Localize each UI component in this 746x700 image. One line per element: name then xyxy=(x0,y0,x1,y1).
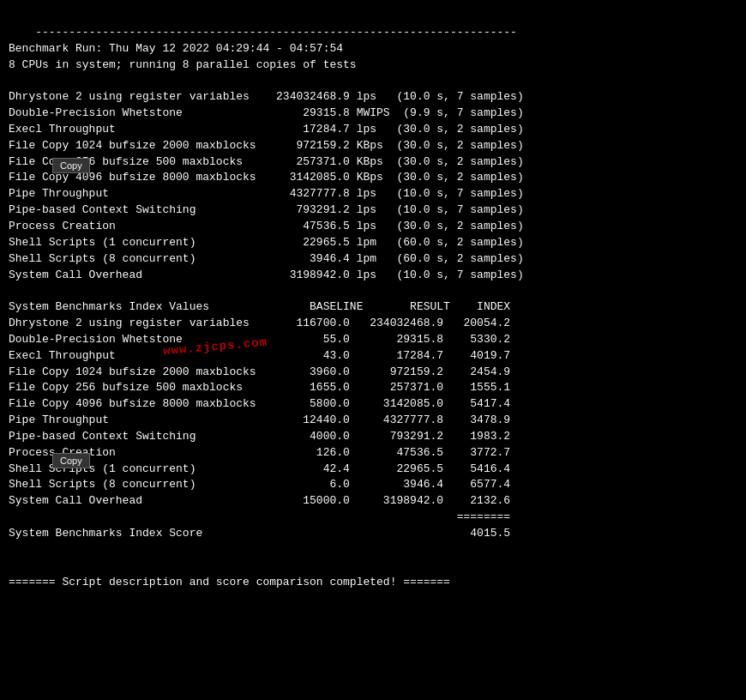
index-syscall: System Call Overhead 15000.0 3198942.0 2… xyxy=(9,494,510,507)
index-shell-8: Shell Scripts (8 concurrent) 6.0 3946.4 … xyxy=(9,478,510,491)
result-shell-8: Shell Scripts (8 concurrent) 3946.4 lpm … xyxy=(9,252,524,265)
index-pipe-context: Pipe-based Context Switching 4000.0 7932… xyxy=(9,430,510,443)
divider-line: ----------------------------------------… xyxy=(35,26,517,39)
equals-divider: ======== xyxy=(9,510,510,523)
terminal-container: Copy Copy www.zjcps.com ----------------… xyxy=(9,9,737,606)
index-dhrystone: Dhrystone 2 using register variables 116… xyxy=(9,317,510,329)
index-filecopy-256: File Copy 256 bufsize 500 maxblocks 1655… xyxy=(9,381,510,394)
copy-button-1[interactable]: Copy xyxy=(52,158,90,173)
result-filecopy-1024: File Copy 1024 bufsize 2000 maxblocks 97… xyxy=(9,139,524,152)
index-filecopy-1024: File Copy 1024 bufsize 2000 maxblocks 39… xyxy=(9,365,510,378)
result-dhrystone: Dhrystone 2 using register variables 234… xyxy=(9,90,524,103)
result-pipe-context: Pipe-based Context Switching 793291.2 lp… xyxy=(9,203,524,216)
result-process-creation: Process Creation 47536.5 lps (30.0 s, 2 … xyxy=(9,220,524,232)
score-line: System Benchmarks Index Score 4015.5 xyxy=(9,527,510,540)
index-filecopy-4096: File Copy 4096 bufsize 8000 maxblocks 58… xyxy=(9,397,510,410)
terminal-output: ----------------------------------------… xyxy=(9,9,737,606)
result-whetstone: Double-Precision Whetstone 29315.8 MWIPS… xyxy=(9,106,524,119)
benchmark-run-line: Benchmark Run: Thu May 12 2022 04:29:44 … xyxy=(9,42,343,55)
result-execl: Execl Throughput 17284.7 lps (30.0 s, 2 … xyxy=(9,123,524,136)
result-shell-1: Shell Scripts (1 concurrent) 22965.5 lpm… xyxy=(9,236,524,249)
index-pipe-throughput: Pipe Throughput 12440.0 4327777.8 3478.9 xyxy=(9,413,510,426)
result-syscall: System Call Overhead 3198942.0 lps (10.0… xyxy=(9,269,524,281)
footer-line: ======= Script description and score com… xyxy=(9,576,450,588)
index-header: System Benchmarks Index Values BASELINE … xyxy=(9,300,510,313)
copy-button-2[interactable]: Copy xyxy=(52,453,90,468)
cpu-line: 8 CPUs in system; running 8 parallel cop… xyxy=(9,58,357,71)
result-pipe-throughput: Pipe Throughput 4327777.8 lps (10.0 s, 7… xyxy=(9,187,524,200)
